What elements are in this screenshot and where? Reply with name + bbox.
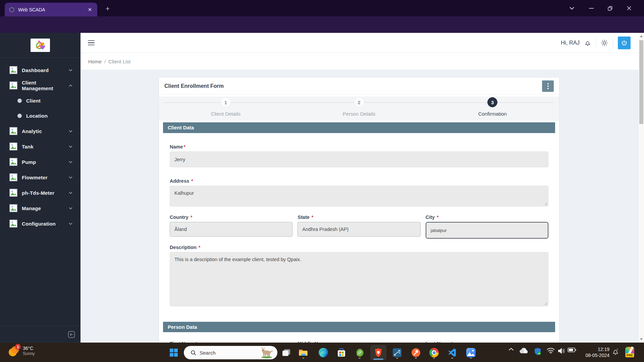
logout-power-button[interactable] xyxy=(618,37,631,49)
app-header: Hi, RAJ xyxy=(80,33,639,53)
sidebar-toggle-icon[interactable] xyxy=(88,40,95,46)
name-input[interactable] xyxy=(170,152,548,167)
sidebar-item-location[interactable]: Location xyxy=(0,108,80,123)
client-data-section-header: Client Data xyxy=(163,122,555,133)
address-label: Address * xyxy=(170,178,548,184)
bullet-icon xyxy=(17,114,22,118)
mysql-workbench-icon[interactable] xyxy=(390,346,404,359)
theme-toggle-sun-icon[interactable] xyxy=(601,39,608,47)
chrome-icon[interactable] xyxy=(427,346,441,359)
tab-search-chevron-icon[interactable] xyxy=(564,0,580,16)
app-logo xyxy=(31,39,50,52)
tray-show-hidden-icons-chevron[interactable] xyxy=(508,348,514,351)
do-not-disturb-bell-icon[interactable]: z xyxy=(612,348,619,356)
image-placeholder-icon xyxy=(9,189,17,197)
active-window-indicator xyxy=(373,359,383,360)
running-indicator xyxy=(359,358,361,359)
sidebar-item-label: Configuration xyxy=(22,221,56,227)
image-placeholder-icon xyxy=(9,158,17,166)
logo-area xyxy=(0,33,80,58)
required-asterisk: * xyxy=(191,178,193,184)
taskbar-search-box[interactable]: Search xyxy=(184,346,277,359)
wifi-icon[interactable] xyxy=(547,348,555,354)
tab-close-icon[interactable]: ✕ xyxy=(87,6,93,13)
sidebar-item-pump[interactable]: Pump xyxy=(0,154,80,170)
country-input[interactable] xyxy=(170,222,292,237)
copilot-icon[interactable]: PRE xyxy=(625,347,634,356)
new-tab-button[interactable]: + xyxy=(103,5,112,13)
windows-security-shield-icon[interactable] xyxy=(534,348,541,356)
copilot-pre-badge: PRE xyxy=(625,353,634,357)
vscode-icon[interactable] xyxy=(445,346,459,359)
running-indicator xyxy=(415,358,417,359)
sidebar-item-configuration[interactable]: Configuration xyxy=(0,216,80,231)
country-label: Country * xyxy=(170,215,292,220)
chevron-down-icon xyxy=(69,192,72,194)
breadcrumb: Home / Client List xyxy=(80,53,639,70)
step-label: Client Details xyxy=(211,111,240,117)
microsoft-store-icon[interactable] xyxy=(335,346,348,359)
file-explorer-icon[interactable] xyxy=(297,346,310,359)
clock-widget[interactable]: 12:19 08-05-2024 xyxy=(582,346,609,358)
required-asterisk: * xyxy=(199,245,201,250)
state-input[interactable] xyxy=(298,222,420,237)
resize-grip-icon[interactable] xyxy=(544,202,547,205)
running-indicator xyxy=(433,358,435,359)
step-number: 1 xyxy=(221,97,231,107)
city-label: City * xyxy=(426,215,548,220)
card-options-kebab-button[interactable] xyxy=(542,80,554,92)
sidebar-item-tank[interactable]: Tank xyxy=(0,139,80,154)
wizard-stepper: 1 Client Details 2 Person Details 3 Conf… xyxy=(159,97,559,121)
chevron-down-icon xyxy=(69,176,72,179)
city-input[interactable] xyxy=(426,222,548,239)
sidebar-collapse-button[interactable] xyxy=(67,330,76,339)
sidebar-item-analytic[interactable]: Analytic xyxy=(0,123,80,139)
edge-icon[interactable] xyxy=(317,346,330,359)
browser-tab-strip: Web SCADA ✕ + xyxy=(0,0,644,16)
spring-tool-icon[interactable] xyxy=(353,346,366,359)
description-textarea[interactable]: This is a description of the example cli… xyxy=(170,252,548,306)
scrollbar-down-arrow[interactable] xyxy=(640,338,643,340)
scrollbar-thumb[interactable] xyxy=(639,40,643,124)
windows-taskbar: 1 36°C Sunny Search xyxy=(0,343,644,362)
page-scrollbar[interactable] xyxy=(639,33,644,343)
volume-icon[interactable] xyxy=(557,348,566,354)
window-close-button[interactable] xyxy=(621,0,637,16)
breadcrumb-home-link[interactable]: Home xyxy=(88,59,102,64)
address-textarea[interactable]: Kalhupur xyxy=(170,186,548,206)
tab-title: Web SCADA xyxy=(18,7,83,12)
postman-icon[interactable] xyxy=(409,346,423,359)
sidebar-item-ph-tds-meter[interactable]: ph-Tds-Meter xyxy=(0,185,80,200)
notifications-bell-icon[interactable] xyxy=(584,39,591,47)
photos-icon[interactable] xyxy=(464,346,478,359)
battery-icon[interactable] xyxy=(568,348,576,352)
browser-toolbar: localhost:3000/client-list/update/MQ== xyxy=(0,16,644,33)
window-minimize-button[interactable] xyxy=(584,0,599,16)
resize-grip-icon[interactable] xyxy=(544,302,547,305)
sidebar-item-manage[interactable]: Manage xyxy=(0,200,80,216)
weather-widget[interactable]: 1 36°C Sunny xyxy=(9,346,35,356)
sidebar-item-client-management[interactable]: Client Management xyxy=(0,78,80,93)
chevron-down-icon xyxy=(69,145,72,148)
task-view-icon[interactable] xyxy=(280,346,293,359)
sidebar-item-flowmeter[interactable]: Flowmeter xyxy=(0,170,80,185)
sidebar-item-dashboard[interactable]: Dashboard xyxy=(0,62,80,78)
sidebar-item-client[interactable]: Client xyxy=(0,93,80,108)
onedrive-icon[interactable] xyxy=(519,348,529,354)
state-label: State * xyxy=(298,215,420,220)
step-person-details[interactable]: 2 Person Details xyxy=(292,97,426,121)
step-client-details[interactable]: 1 Client Details xyxy=(159,97,292,121)
weather-condition: Sunny xyxy=(23,351,35,356)
running-indicator xyxy=(451,358,453,359)
step-confirmation[interactable]: 3 Confirmation xyxy=(426,97,559,121)
image-placeholder-icon xyxy=(9,173,17,181)
breadcrumb-separator: / xyxy=(104,59,106,64)
window-restore-button[interactable] xyxy=(602,0,618,16)
scrollbar-up-arrow[interactable] xyxy=(640,35,643,37)
image-placeholder-icon xyxy=(9,127,17,135)
card-header: Client Enrollment Form xyxy=(159,78,559,95)
brave-browser-icon-active[interactable] xyxy=(370,345,386,360)
browser-tab[interactable]: Web SCADA ✕ xyxy=(5,3,97,16)
start-button[interactable] xyxy=(167,346,180,359)
sidebar-item-label: Pump xyxy=(22,159,36,165)
